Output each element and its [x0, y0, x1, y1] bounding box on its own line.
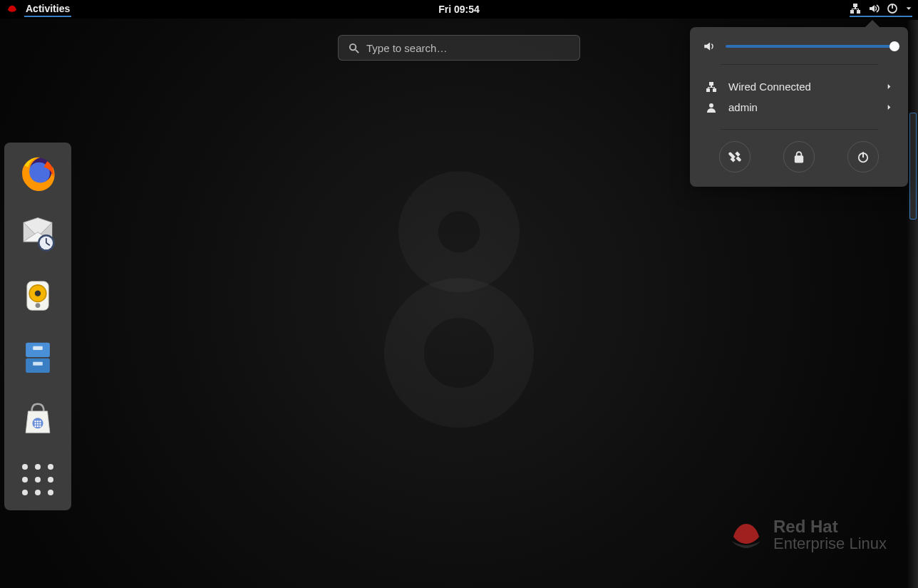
- workspace-switcher[interactable]: [907, 20, 918, 588]
- redhat-fedora-icon: [729, 522, 763, 548]
- speaker-icon: [19, 277, 57, 315]
- lock-button[interactable]: [783, 141, 815, 172]
- volume-icon: [868, 3, 880, 14]
- volume-row: [703, 40, 895, 53]
- network-wired-icon: [850, 3, 861, 14]
- svg-point-28: [34, 425, 36, 427]
- svg-point-23: [37, 421, 38, 422]
- volume-slider-icon: [703, 40, 716, 53]
- volume-slider[interactable]: [726, 45, 895, 48]
- wallpaper-eight: [381, 171, 537, 428]
- chevron-right-icon: [886, 104, 892, 110]
- firefox-icon: [19, 154, 57, 192]
- dock-firefox[interactable]: [17, 153, 58, 194]
- dock-files[interactable]: [17, 336, 58, 378]
- settings-button[interactable]: [719, 141, 751, 172]
- svg-point-29: [37, 425, 38, 427]
- settings-tools-icon: [728, 150, 741, 163]
- search-input[interactable]: [366, 42, 569, 54]
- svg-point-34: [709, 103, 713, 108]
- volume-slider-thumb[interactable]: [889, 41, 899, 51]
- menu-user[interactable]: admin: [703, 97, 895, 118]
- brand-watermark: Red Hat Enterprise Linux: [729, 518, 887, 552]
- svg-point-5: [350, 43, 356, 49]
- system-status-area[interactable]: [850, 1, 912, 17]
- svg-rect-2: [857, 10, 860, 14]
- svg-rect-31: [709, 82, 713, 86]
- svg-rect-20: [33, 362, 43, 366]
- svg-point-22: [34, 421, 36, 422]
- svg-rect-32: [706, 88, 710, 92]
- chevron-down-icon: [905, 5, 912, 12]
- volume-slider-fill: [726, 45, 895, 48]
- menu-network[interactable]: Wired Connected: [703, 76, 895, 97]
- dash: [4, 143, 71, 510]
- menu-user-label: admin: [728, 101, 758, 113]
- menu-separator: [720, 64, 878, 65]
- mail-clock-icon: [19, 215, 57, 254]
- svg-rect-0: [853, 4, 857, 7]
- redhat-logo-icon: [6, 4, 19, 14]
- svg-point-24: [39, 421, 41, 422]
- user-icon: [706, 102, 717, 113]
- activities-button[interactable]: Activities: [24, 1, 71, 17]
- overview-search[interactable]: [338, 35, 580, 61]
- chevron-right-icon: [886, 83, 892, 90]
- menu-network-label: Wired Connected: [728, 81, 811, 93]
- svg-point-26: [37, 423, 38, 424]
- svg-rect-1: [850, 10, 854, 14]
- svg-rect-19: [33, 346, 43, 350]
- file-cabinet-icon: [19, 338, 57, 376]
- brand-line2: Enterprise Linux: [773, 535, 887, 552]
- desktop: Activities Fri 09:54: [0, 0, 918, 588]
- svg-point-15: [35, 290, 41, 296]
- svg-rect-35: [795, 156, 803, 163]
- svg-point-27: [39, 423, 41, 424]
- svg-rect-33: [713, 88, 716, 92]
- svg-point-25: [34, 423, 36, 424]
- top-bar: Activities Fri 09:54: [0, 0, 918, 19]
- network-wired-icon: [706, 81, 717, 93]
- workspace-thumbnail[interactable]: [909, 113, 917, 220]
- dock-software[interactable]: [17, 398, 58, 439]
- search-icon: [349, 43, 359, 53]
- svg-line-6: [356, 49, 359, 52]
- power-icon: [887, 3, 898, 14]
- svg-point-16: [36, 303, 41, 308]
- clock[interactable]: Fri 09:54: [438, 4, 480, 15]
- dock-rhythmbox[interactable]: [17, 275, 58, 316]
- dock-show-apps[interactable]: [17, 459, 58, 500]
- power-icon: [857, 150, 870, 163]
- svg-point-30: [39, 425, 41, 427]
- shopping-bag-icon: [19, 399, 57, 438]
- apps-grid-icon: [22, 464, 53, 495]
- menu-separator: [720, 129, 878, 130]
- lock-icon: [793, 150, 805, 163]
- power-button[interactable]: [847, 141, 879, 172]
- system-menu: Wired Connected admin: [690, 27, 908, 187]
- brand-line1: Red Hat: [773, 518, 887, 535]
- dock-evolution[interactable]: [17, 214, 58, 255]
